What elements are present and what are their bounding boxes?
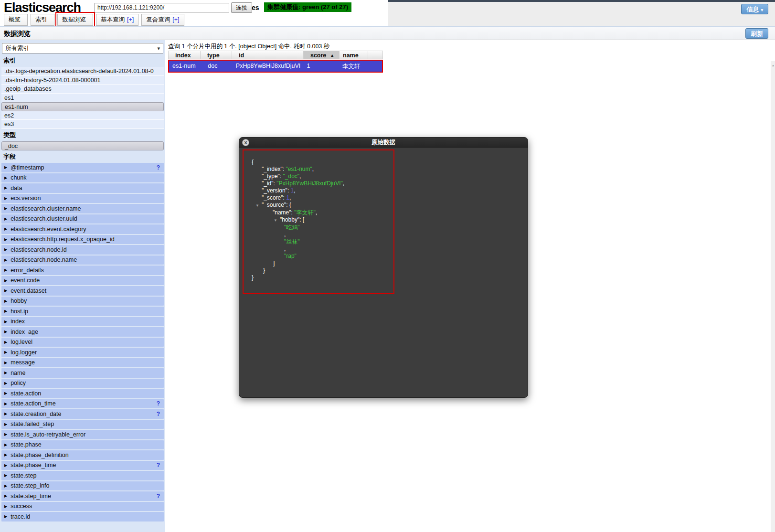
field-list-item[interactable]: ▶ policy [1, 379, 164, 388]
triangle-right-icon: ▶ [4, 402, 7, 406]
column-header[interactable]: _id [232, 51, 304, 59]
column-header[interactable]: name [340, 51, 368, 59]
field-list-item[interactable]: ▶ data [1, 183, 164, 193]
index-filter-select[interactable]: 所有索引 ▾ [2, 43, 163, 53]
result-cell[interactable]: _doc [201, 61, 232, 72]
field-list-item[interactable]: ▶ trace.id [1, 512, 164, 521]
result-cell[interactable]: 1 [303, 61, 339, 72]
cluster-url-input[interactable] [95, 3, 229, 12]
refresh-button[interactable]: 刷新 [745, 28, 768, 39]
index-list-item[interactable]: es2 [1, 111, 164, 120]
result-cell[interactable] [367, 61, 382, 72]
field-list-item[interactable]: ▶ success [1, 502, 164, 511]
triangle-right-icon: ▶ [4, 422, 7, 426]
field-list-item[interactable]: ▶ state.action_time ? [1, 399, 164, 409]
field-list-item[interactable]: ▶ host.ip [1, 307, 164, 316]
field-name: trace.id [11, 513, 160, 520]
field-name: state.step_time [11, 493, 157, 500]
column-label: name [343, 52, 359, 59]
json-line: { [252, 159, 393, 166]
tab[interactable]: 概览 [4, 14, 28, 26]
field-list-item[interactable]: ▶ state.phase_time ? [1, 461, 164, 470]
tab-label: 索引 [35, 16, 47, 23]
result-cell[interactable]: PxHp8YwBHiJ8xufDjuVI [233, 61, 304, 72]
field-list-item[interactable]: ▶ hobby [1, 297, 164, 306]
field-help-indicator: ? [157, 400, 160, 407]
field-list-item[interactable]: ▶ elasticsearch.http.request.x_opaque_id [1, 235, 164, 245]
modal-titlebar[interactable]: X 原始数据 [239, 138, 528, 148]
index-list-item[interactable]: es3 [1, 120, 164, 129]
field-list-item[interactable]: ▶ @timestamp ? [1, 163, 164, 172]
field-list-item[interactable]: ▶ elasticsearch.cluster.uuid [1, 214, 164, 224]
triangle-right-icon: ▶ [4, 227, 7, 231]
field-list-item[interactable]: ▶ state.is_auto-retryable_error [1, 430, 164, 439]
column-header[interactable] [368, 51, 383, 59]
field-list-item[interactable]: ▶ log.logger [1, 348, 164, 357]
field-list-item[interactable]: ▶ state.creation_date ? [1, 409, 164, 419]
field-list-item[interactable]: ▶ elasticsearch.node.id [1, 245, 164, 255]
triangle-right-icon: ▶ [4, 330, 7, 334]
field-list-item[interactable]: ▶ state.action [1, 389, 164, 398]
json-line: , [252, 245, 393, 253]
tab[interactable]: 基本查询[+] [96, 14, 138, 26]
field-list-item[interactable]: ▶ event.code [1, 276, 164, 286]
field-list-item[interactable]: ▶ state.step_info [1, 481, 164, 491]
expand-arrow-icon[interactable]: ▼ [274, 218, 277, 223]
json-line: "rap" [252, 253, 393, 260]
expand-arrow-icon[interactable]: ▼ [255, 203, 259, 208]
result-cell[interactable]: 李文轩 [339, 61, 367, 72]
field-help-indicator: ? [157, 164, 160, 171]
tab[interactable]: 复合查询[+] [141, 14, 184, 26]
page-scrollbar[interactable]: ▲ [771, 61, 775, 532]
field-list-item[interactable]: ▶ name [1, 368, 164, 378]
field-name: host.ip [11, 308, 160, 315]
type-list-item[interactable]: _doc [1, 141, 164, 151]
column-header[interactable]: _index [168, 51, 201, 59]
field-list-item[interactable]: ▶ chunk [1, 173, 164, 183]
field-list-item[interactable]: ▶ state.step [1, 471, 164, 480]
result-row[interactable]: es1-num_docPxHp8YwBHiJ8xufDjuVI1李文轩 [169, 61, 382, 72]
json-plain: : { [286, 202, 291, 208]
json-line: ] [252, 260, 393, 267]
column-label: _type [204, 52, 220, 59]
column-header[interactable]: _type [201, 51, 232, 59]
field-list-item[interactable]: ▶ elasticsearch.event.category [1, 224, 164, 234]
close-icon[interactable]: X [242, 139, 249, 146]
index-list-item[interactable]: es1-num [1, 102, 164, 111]
triangle-right-icon: ▶ [4, 299, 7, 303]
column-header[interactable]: _score ▲ [304, 51, 340, 59]
index-list-item[interactable]: .ds-ilm-history-5-2024.01.08-000001 [1, 76, 164, 85]
field-list-item[interactable]: ▶ message [1, 358, 164, 368]
field-list-item[interactable]: ▶ elasticsearch.cluster.name [1, 204, 164, 213]
field-list-item[interactable]: ▶ elasticsearch.node.name [1, 255, 164, 265]
triangle-right-icon: ▶ [4, 186, 7, 190]
index-list-item[interactable]: es1 [1, 94, 164, 103]
field-list-item[interactable]: ▶ index_age [1, 327, 164, 337]
index-list-item[interactable]: .ds-.logs-deprecation.elasticsearch-defa… [1, 67, 164, 76]
field-list-item[interactable]: ▶ state.phase [1, 440, 164, 450]
field-list-item[interactable]: ▶ index [1, 317, 164, 327]
index-list-item[interactable]: .geoip_databases [1, 85, 164, 94]
field-list-item[interactable]: ▶ error_details [1, 266, 164, 275]
field-list-item[interactable]: ▶ log.level [1, 338, 164, 347]
field-list-item[interactable]: ▶ ecs.version [1, 194, 164, 203]
tab-plus-suffix: [+] [172, 16, 179, 23]
field-name: event.dataset [11, 287, 160, 294]
json-string: "丝袜" [284, 238, 300, 245]
tab[interactable]: 索引 [31, 14, 54, 26]
index-name: es3 [4, 121, 14, 128]
json-line: "_type": "_doc", [252, 173, 393, 180]
info-dropdown-button[interactable]: 信息▾ [741, 4, 768, 14]
field-name: ecs.version [11, 195, 160, 202]
field-name: message [11, 359, 160, 366]
connect-button[interactable]: 连接 [231, 2, 252, 13]
field-list-item[interactable]: ▶ state.failed_step [1, 420, 164, 429]
field-name: state.failed_step [11, 421, 160, 427]
field-list-item[interactable]: ▶ state.phase_definition [1, 450, 164, 460]
field-list-item[interactable]: ▶ event.dataset [1, 286, 164, 296]
result-cell[interactable]: es1-num [169, 61, 201, 72]
header-right-panel [388, 0, 775, 26]
tab[interactable]: 数据浏览 [57, 14, 93, 26]
field-list-item[interactable]: ▶ state.step_time ? [1, 491, 164, 501]
index-name: es2 [4, 112, 14, 119]
